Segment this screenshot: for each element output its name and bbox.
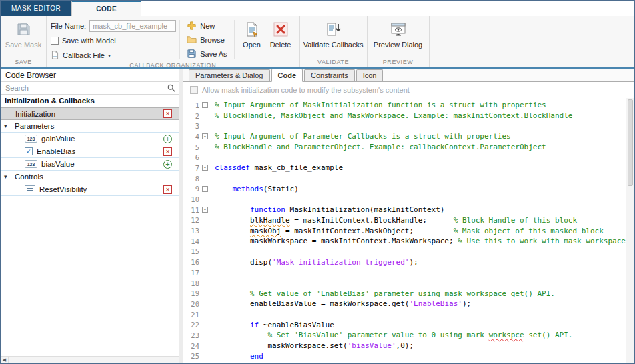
collapse-icon[interactable]: ▾ [4, 173, 12, 180]
line-number: 8 [183, 175, 199, 183]
line-number: 25 [183, 352, 199, 360]
line-number: 6 [183, 153, 199, 161]
ribbon-spacer [430, 16, 634, 67]
code-line-16[interactable]: 16 disp('Mask initialization triggered')… [183, 257, 634, 267]
section-label-save: SAVE [1, 58, 46, 67]
code-line-1[interactable]: 1-% Input Argument of MaskInitialization… [183, 100, 634, 111]
code-editor[interactable]: 1-% Input Argument of MaskInitialization… [183, 98, 634, 363]
open-button[interactable]: Open [238, 18, 266, 49]
save-mask-button[interactable]: Save Mask [5, 18, 42, 49]
allow-init-modify-label: Allow mask initialization code to modify… [202, 86, 410, 94]
allow-init-modify-checkbox[interactable] [190, 86, 198, 94]
collapse-icon[interactable]: ▾ [4, 123, 12, 129]
code-line-6[interactable]: 6 [183, 152, 634, 163]
code-line-24[interactable]: 24 maskWorkspace.set('biasValue',0); [183, 341, 634, 351]
edit-field-icon: 123 [25, 135, 37, 143]
tree-item-initialization[interactable]: Initialization✕ [1, 107, 179, 120]
line-number: 2 [183, 112, 199, 120]
callback-file-dropdown[interactable]: Callback File ▾ [51, 49, 176, 61]
code-line-3[interactable]: 3 [183, 121, 634, 131]
fold-marker-icon[interactable]: - [202, 133, 208, 139]
tree-item-label: Controls [15, 173, 43, 181]
tab-parameters-dialog[interactable]: Parameters & Dialog [189, 69, 270, 81]
code-line-5[interactable]: 5% BlockHandle and ParameterObject. Exam… [183, 142, 634, 153]
code-line-22[interactable]: 22 if ~enableBiasValue [183, 319, 634, 330]
new-button[interactable]: New [183, 20, 230, 32]
save-mask-icon [15, 21, 31, 39]
code-line-2[interactable]: 2% BlockHandle, MaskObject and MaskWorks… [183, 111, 634, 121]
code-line-23[interactable]: 23 % Set 'BiasValue' parameter value to … [183, 330, 634, 341]
code-line-18[interactable]: 18 [183, 278, 634, 289]
code-line-17[interactable]: 17 [183, 267, 634, 278]
preview-dialog-button[interactable]: Preview Dialog [372, 18, 425, 49]
code-line-8[interactable]: 8 [183, 173, 634, 184]
fold-marker-icon[interactable]: - [202, 165, 208, 171]
code-text: if ~enableBiasValue [211, 321, 334, 329]
fold-marker-icon[interactable]: - [202, 186, 208, 192]
search-input[interactable] [1, 83, 163, 94]
scrollbar-thumb[interactable] [628, 99, 633, 186]
code-browser-tree: Initialization✕▾Parameters123gainValue+✓… [1, 107, 179, 363]
delete-item-button[interactable]: ✕ [163, 147, 172, 156]
save-with-model-checkbox[interactable] [51, 37, 59, 45]
code-text: % Set 'BiasValue' parameter value to 0 u… [211, 331, 572, 339]
code-line-15[interactable]: 15 [183, 247, 634, 257]
file-name-label: File Name: [51, 22, 86, 30]
add-item-button[interactable]: + [163, 160, 172, 169]
code-text: maskObj = maskInitContext.MaskObject; % … [211, 227, 604, 235]
delete-button[interactable]: Delete [266, 18, 295, 49]
code-line-4[interactable]: 4-% Input Argument of Parameter Callback… [183, 131, 634, 142]
code-text: maskWorkspace = maskInitContext.MaskWork… [211, 237, 626, 245]
delete-item-button[interactable]: ✕ [163, 185, 172, 194]
code-line-19[interactable]: 19 % Get value of 'EnableBias' parameter… [183, 288, 634, 299]
editor-tabbar: Parameters & DialogCodeConstraintsIcon [183, 69, 634, 82]
validate-callbacks-button[interactable]: Validate Callbacks [304, 18, 363, 49]
init-code-checkbox-row: Allow mask initialization code to modify… [183, 82, 634, 98]
tab-constraints[interactable]: Constraints [304, 69, 355, 81]
line-number: 9 [183, 185, 199, 193]
code-text: % BlockHandle, MaskObject and MaskWorksp… [211, 111, 572, 120]
tree-item-resetvisibility[interactable]: ResetVisibility✕ [1, 183, 179, 196]
code-line-13[interactable]: 13 maskObj = maskInitContext.MaskObject;… [183, 225, 634, 236]
code-line-20[interactable]: 20 enableBiasValue = maskWorkspace.get('… [183, 299, 634, 309]
vertical-scrollbar[interactable] [626, 98, 634, 363]
tab-code[interactable]: CODE [71, 1, 141, 16]
section-callback-organization: File Name: Save with Model Callback File… [47, 16, 300, 67]
fold-column: - [199, 207, 211, 213]
tab-code[interactable]: Code [271, 69, 303, 82]
tree-item-gainvalue[interactable]: 123gainValue+ [1, 133, 179, 145]
code-line-21[interactable]: 21 [183, 309, 634, 320]
tab-mask-editor[interactable]: MASK EDITOR [1, 1, 71, 16]
fold-marker-icon[interactable]: - [202, 102, 208, 108]
editor-pane: Parameters & DialogCodeConstraintsIcon A… [183, 69, 634, 363]
line-number: 22 [183, 321, 199, 329]
tree-item-controls[interactable]: ▾Controls [1, 171, 179, 183]
browse-button[interactable]: Browse [183, 34, 230, 46]
code-line-25[interactable]: 25 end [183, 351, 634, 362]
fold-marker-icon[interactable]: - [202, 207, 208, 213]
delete-item-button[interactable]: ✕ [163, 109, 172, 118]
tree-item-enablebias[interactable]: ✓EnableBias✕ [1, 145, 179, 158]
horizontal-scrollbar[interactable]: ◀ [1, 356, 179, 363]
code-line-14[interactable]: 14 maskWorkspace = maskInitContext.MaskW… [183, 236, 634, 247]
code-line-9[interactable]: 9- methods(Static) [183, 184, 634, 195]
code-line-12[interactable]: 12 blkHandle = maskInitContext.BlockHand… [183, 215, 634, 226]
file-name-input[interactable] [89, 20, 176, 32]
line-number: 17 [183, 269, 199, 277]
code-line-11[interactable]: 11- function MaskInitialization(maskInit… [183, 205, 634, 215]
code-line-7[interactable]: 7-classdef mask_cb_file_example [183, 163, 634, 173]
search-icon[interactable] [163, 83, 179, 94]
tree-item-parameters[interactable]: ▾Parameters [1, 120, 179, 133]
tab-icon[interactable]: Icon [356, 69, 384, 81]
code-text: % Get value of 'EnableBias' parameter us… [211, 289, 555, 298]
code-line-10[interactable]: 10 [183, 194, 634, 205]
chevron-down-icon: ▾ [108, 53, 111, 59]
add-item-button[interactable]: + [163, 135, 172, 143]
line-number: 7 [183, 164, 199, 172]
save-as-button[interactable]: Save As [183, 48, 230, 60]
tree-item-biasvalue[interactable]: 123biasValue+ [1, 158, 179, 171]
code-text: % Input Argument of Parameter Callbacks … [211, 132, 511, 141]
code-text: % BlockHandle and ParameterObject. Examp… [211, 143, 546, 151]
scroll-left-arrow-icon[interactable]: ◀ [1, 357, 9, 363]
tree-item-label: gainValue [41, 135, 75, 143]
